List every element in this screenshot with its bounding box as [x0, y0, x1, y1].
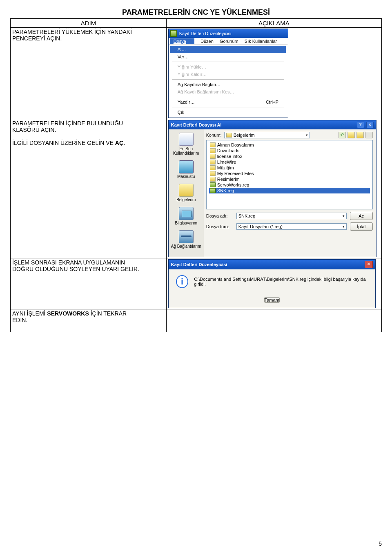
- col-step: ADIM: [11, 19, 167, 28]
- filetype-combo[interactable]: Kayıt Dosyaları (*.reg)▾: [236, 223, 347, 230]
- konum-label: Konum:: [206, 133, 222, 138]
- regwin-title: Kayıt Defteri Düzenleyicisi: [179, 31, 232, 36]
- msgbox-titlebar: Kayıt Defteri Düzenleyicisi ×: [169, 260, 375, 269]
- list-item[interactable]: Resimlerim: [209, 176, 370, 182]
- step2-text: PARAMETRELERİN İÇİNDE BULUNDUĞU KLASÖRÜ …: [11, 119, 167, 258]
- step4-image: [166, 309, 381, 332]
- filename-combo[interactable]: SNK.reg▾: [236, 213, 347, 219]
- list-item[interactable]: Müziğim: [209, 165, 370, 171]
- ok-button[interactable]: Tamam: [264, 297, 280, 303]
- step2-image: Kayıt Defteri Dosyası Al ? × En Son Kull…: [166, 119, 381, 258]
- regwin-titlebar: Kayıt Defteri Düzenleyicisi: [169, 29, 288, 38]
- step3-text: İŞLEM SONRASI EKRANA UYGULAMANIN DOĞRU O…: [11, 258, 167, 309]
- chevron-down-icon: ▾: [306, 133, 308, 137]
- open-file-dialog: Kayıt Defteri Dosyası Al ? × En Son Kull…: [168, 120, 376, 257]
- menu-item-yukle: Yığını Yükle…: [170, 63, 286, 71]
- menu-item-baglan[interactable]: Ağ Kaydına Bağlan…: [170, 81, 286, 88]
- menu-item-al[interactable]: Al…: [170, 46, 286, 53]
- menu-item-ver[interactable]: Ver…: [170, 53, 286, 60]
- file-menu-dropdown: Al… Ver… Yığını Yükle… Yığını Kaldır… Ağ…: [170, 46, 286, 116]
- konum-combo[interactable]: Belgelerim ▾: [224, 132, 310, 138]
- place-network[interactable]: Ağ Bağlantılarım: [169, 230, 203, 249]
- filetype-label: Dosya türü:: [206, 224, 233, 229]
- list-item[interactable]: ServoWorks.reg: [209, 182, 370, 188]
- back-icon[interactable]: ↶: [339, 132, 346, 138]
- open-button[interactable]: Aç: [350, 212, 373, 220]
- msgbox-text: C:\Documents and Settings\MURAT\Belgeler…: [194, 277, 368, 287]
- step3-image: Kayıt Defteri Düzenleyicisi × i C:\Docum…: [166, 258, 381, 309]
- registry-editor-window: Kayıt Defteri Düzenleyicisi Dosya Düzen …: [168, 29, 288, 118]
- info-icon: i: [176, 275, 188, 288]
- step4-text: AYNI İŞLEMİ SERVOWORKS İÇİN TEKRAR EDİN.: [11, 309, 167, 332]
- step1-image: Kayıt Defteri Düzenleyicisi Dosya Düzen …: [166, 28, 381, 119]
- list-item[interactable]: Alınan Dosyalarım: [209, 142, 370, 148]
- folder-icon: [226, 133, 232, 138]
- list-item[interactable]: license-info2: [209, 153, 370, 159]
- chevron-down-icon: ▾: [343, 214, 345, 218]
- menu-item-kaldir: Yığını Kaldır…: [170, 71, 286, 78]
- close-icon[interactable]: ×: [366, 122, 374, 128]
- new-folder-icon[interactable]: [356, 132, 364, 138]
- page-title: PARAMETRELERİN CNC YE YÜKLENMESİ: [10, 8, 382, 17]
- view-menu-icon[interactable]: [365, 132, 373, 138]
- place-desktop[interactable]: Masaüstü: [169, 160, 203, 179]
- message-box: Kayıt Defteri Düzenleyicisi × i C:\Docum…: [168, 259, 376, 308]
- list-item-selected[interactable]: SNK.reg: [209, 188, 370, 193]
- menu-sik[interactable]: Sık Kullanılanlar: [245, 39, 277, 44]
- step1-text: PARAMETRELERİ YÜKLEMEK İÇİN YANDAKİ PENC…: [11, 28, 167, 119]
- place-documents[interactable]: Belgelerim: [169, 184, 203, 202]
- menu-duzen[interactable]: Düzen: [200, 39, 214, 44]
- cancel-button[interactable]: İptal: [350, 222, 373, 231]
- chevron-down-icon: ▾: [343, 224, 345, 229]
- menu-gorunum[interactable]: Görünüm: [220, 39, 238, 44]
- menu-item-kes: Ağ Kaydı Bağlantısını Kes…: [170, 88, 286, 96]
- regwin-menubar: Dosya Düzen Görünüm Sık Kullanılanlar: [169, 38, 288, 45]
- file-list: Alınan Dosyalarım Downloads license-info…: [206, 140, 373, 209]
- menu-dosya[interactable]: Dosya: [170, 38, 194, 44]
- col-desc: AÇIKLAMA: [166, 19, 381, 28]
- main-table: ADIM AÇIKLAMA PARAMETRELERİ YÜKLEMEK İÇİ…: [10, 18, 382, 332]
- place-recent[interactable]: En Son Kullandıklarım: [169, 133, 203, 156]
- dialog-titlebar: Kayıt Defteri Dosyası Al ? ×: [169, 120, 376, 129]
- places-bar: En Son Kullandıklarım Masaüstü Belgeleri…: [169, 129, 204, 257]
- list-item[interactable]: My Received Files: [209, 171, 370, 176]
- list-item[interactable]: Downloads: [209, 148, 370, 153]
- help-icon[interactable]: ?: [357, 122, 364, 128]
- place-computer[interactable]: Bilgisayarım: [169, 207, 203, 225]
- menu-item-cik[interactable]: Çık: [170, 109, 286, 116]
- filename-label: Dosya adı:: [206, 213, 233, 218]
- close-icon[interactable]: ×: [365, 261, 373, 268]
- menu-item-yazdir[interactable]: Yazdır… Ctrl+P: [170, 98, 286, 106]
- list-item[interactable]: LimeWire: [209, 159, 370, 165]
- regedit-icon: [170, 30, 177, 37]
- up-folder-icon[interactable]: [347, 132, 355, 138]
